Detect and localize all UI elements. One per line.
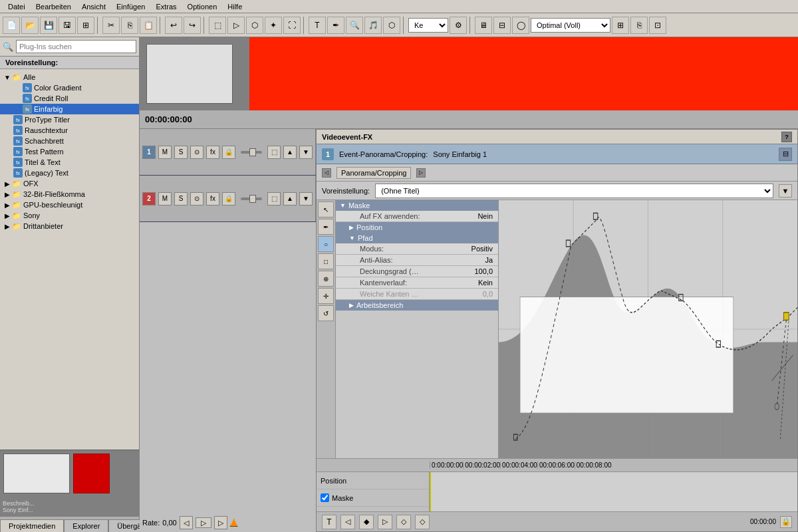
paste-button[interactable]: 📋: [140, 17, 157, 34]
fx-nav-fwd[interactable]: ▷: [416, 168, 426, 178]
save-button[interactable]: 💾: [40, 17, 57, 34]
ext2-btn[interactable]: ⊡: [649, 17, 666, 34]
fx-kf-next[interactable]: ▷: [378, 515, 392, 529]
track2-fx[interactable]: fx: [206, 192, 219, 205]
expand-32[interactable]: ▶: [3, 190, 12, 199]
tool9[interactable]: 🎵: [364, 17, 382, 34]
tab-projektmedien[interactable]: Projektmedien: [0, 519, 64, 532]
track2-mute[interactable]: M: [158, 192, 172, 205]
track2-solo[interactable]: S: [174, 192, 188, 205]
tab-explorer[interactable]: Explorer: [64, 519, 108, 532]
menu-datei[interactable]: Datei: [3, 1, 31, 12]
tool-circle[interactable]: ○: [318, 236, 334, 252]
fx-kf-diamond2[interactable]: ◇: [415, 515, 430, 529]
expand-alle[interactable]: ▼: [3, 72, 12, 82]
fx-type-btn[interactable]: T: [322, 515, 336, 529]
track1-composite[interactable]: ⬚: [267, 146, 281, 159]
preview-combo[interactable]: Ke: [408, 18, 448, 33]
new-button[interactable]: 📄: [3, 17, 20, 34]
track2-volume-slider[interactable]: [241, 198, 262, 200]
track1-lock[interactable]: 🔒: [222, 146, 235, 159]
tool-rect[interactable]: □: [318, 253, 334, 269]
menu-extras[interactable]: Extras: [150, 1, 182, 12]
rate-right-btn[interactable]: ▷: [214, 516, 227, 529]
quality-combo[interactable]: Optimal (Voll): [531, 18, 610, 33]
tree-node-sony[interactable]: ▶ 📁 Sony: [0, 210, 139, 221]
undo-button[interactable]: ↩: [165, 17, 182, 34]
expand-dritt[interactable]: ▶: [3, 221, 12, 231]
tree-node-drittanbieter[interactable]: ▶ 📁 Drittanbieter: [0, 221, 139, 231]
track1-arm[interactable]: ⊙: [190, 146, 203, 159]
save-as-button[interactable]: 🖫: [59, 17, 76, 34]
cut-button[interactable]: ✂: [102, 17, 120, 34]
tree-node-test-pattern[interactable]: fx Test Pattern: [0, 146, 139, 157]
expand-pfad[interactable]: ▼: [349, 235, 355, 241]
tree-node-rauschtextur[interactable]: fx Rauschtextur: [0, 125, 139, 136]
fx-kf-diamond1[interactable]: ◇: [396, 515, 411, 529]
track2-arm[interactable]: ⊙: [190, 192, 203, 205]
fx-nav-label[interactable]: Panorama/Cropping: [336, 167, 411, 179]
redo-button[interactable]: ↪: [184, 17, 201, 34]
track1-fx[interactable]: fx: [206, 146, 219, 159]
track2-composite[interactable]: ⬚: [267, 192, 281, 205]
menu-hilfe[interactable]: Hilfe: [222, 1, 247, 12]
track2-lock[interactable]: 🔒: [222, 192, 235, 205]
tool10[interactable]: ⬡: [383, 17, 400, 34]
fx-event-btn[interactable]: ⊟: [779, 148, 792, 161]
tool-move[interactable]: ✛: [318, 288, 334, 304]
fx-kf-add[interactable]: ◆: [359, 515, 374, 529]
rate-center-btn[interactable]: ▷: [196, 517, 211, 528]
track2-slider-thumb[interactable]: [249, 195, 256, 203]
fx-help-btn[interactable]: ?: [781, 132, 792, 142]
track1-mute[interactable]: M: [158, 146, 172, 159]
track2-up[interactable]: ▲: [283, 192, 297, 205]
track1-volume-slider[interactable]: [241, 151, 262, 154]
grid-btn[interactable]: ⊞: [612, 17, 629, 34]
tool7[interactable]: ✒: [327, 17, 344, 34]
tree-node-protype[interactable]: fx ProType Titler: [0, 114, 139, 125]
param-section-arbeitsbereich[interactable]: ▶ Arbeitsbereich: [336, 300, 498, 311]
fx-nav-back[interactable]: ◁: [322, 168, 331, 178]
tool11[interactable]: ⚙: [450, 17, 467, 34]
tool-zoom[interactable]: ⊕: [318, 271, 334, 287]
menu-optionen[interactable]: Optionen: [182, 1, 223, 12]
expand-sony[interactable]: ▶: [3, 211, 12, 220]
tree-node-gpu[interactable]: ▶ 📁 GPU-beschleunigt: [0, 200, 139, 210]
monitor-btn[interactable]: 🖥: [475, 17, 492, 34]
tree-node-32bit[interactable]: ▶ 📁 32-Bit-Fließkomma: [0, 189, 139, 200]
tree-node-color-gradient[interactable]: fx Color Gradient: [0, 82, 139, 93]
rate-left-btn[interactable]: ◁: [180, 516, 193, 529]
tree-node-credit-roll[interactable]: fx Credit Roll: [0, 93, 139, 104]
expand-gpu[interactable]: ▶: [3, 200, 12, 209]
tool2[interactable]: ▷: [227, 17, 245, 34]
ext-btn[interactable]: ⎘: [630, 17, 648, 34]
fx-lock-btn[interactable]: 🔒: [780, 516, 792, 528]
tree-node-alle[interactable]: ▼ 📁 Alle: [0, 72, 139, 82]
track1-solo[interactable]: S: [174, 146, 188, 159]
tool8[interactable]: 🔍: [346, 17, 363, 34]
tool-cursor[interactable]: ↖: [318, 201, 334, 217]
tool-pen[interactable]: ✒: [318, 219, 334, 235]
expand-ofx[interactable]: ▶: [3, 179, 12, 188]
menu-einfuegen[interactable]: Einfügen: [111, 1, 150, 12]
track1-slider-thumb[interactable]: [249, 148, 256, 156]
track2-down[interactable]: ▼: [299, 192, 313, 205]
tool3[interactable]: ⬡: [246, 17, 263, 34]
expand-maske[interactable]: ▼: [340, 202, 346, 209]
fx-preset-combo[interactable]: (Ohne Titel): [375, 184, 773, 198]
tool6[interactable]: T: [309, 17, 326, 34]
track1-up[interactable]: ▲: [283, 146, 297, 159]
tree-node-einfarbig[interactable]: fx Einfarbig: [0, 104, 139, 114]
maske-checkbox[interactable]: [321, 493, 329, 502]
expand-arbeitsbereich[interactable]: ▶: [349, 302, 354, 309]
split-btn[interactable]: ⊟: [493, 17, 511, 34]
fx-preset-dropdown[interactable]: ▼: [779, 184, 792, 198]
undo-btn2[interactable]: ⊞: [77, 17, 94, 34]
tree-node-legacy[interactable]: fx (Legacy) Text: [0, 168, 139, 178]
param-section-position[interactable]: ▶ Position: [336, 222, 498, 233]
tool4[interactable]: ✦: [265, 17, 282, 34]
param-section-pfad[interactable]: ▼ Pfad: [336, 233, 498, 243]
tool-rotate[interactable]: ↺: [318, 305, 334, 321]
expand-position[interactable]: ▶: [349, 224, 354, 231]
open-button[interactable]: 📂: [21, 17, 39, 34]
